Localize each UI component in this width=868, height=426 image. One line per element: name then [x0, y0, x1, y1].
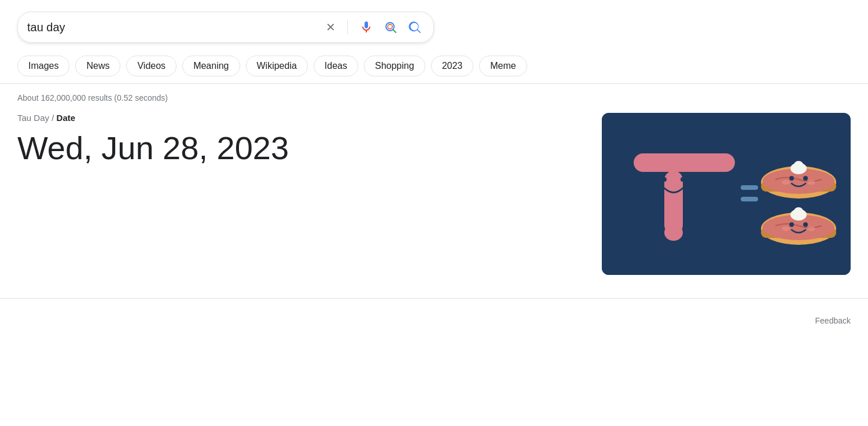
breadcrumb-sep: / [52, 113, 56, 123]
divider [347, 20, 348, 34]
search-input[interactable]: tau day [27, 19, 318, 35]
chip-meaning[interactable]: Meaning [182, 56, 240, 76]
breadcrumb-base: Tau Day [17, 113, 49, 123]
tau-day-illustration [602, 113, 851, 275]
result-block: Tau Day / Date Wed, Jun 28, 2023 [17, 113, 851, 275]
chips-area: ImagesNewsVideosMeaningWikipediaIdeasSho… [0, 50, 868, 84]
result-image-panel[interactable] [602, 113, 851, 275]
svg-point-9 [681, 177, 685, 182]
results-area: About 162,000,000 results (0.52 seconds)… [0, 84, 868, 275]
feedback-link[interactable]: Feedback [815, 316, 851, 325]
svg-rect-5 [634, 153, 735, 172]
lens-icon [384, 20, 398, 34]
lens-button[interactable] [381, 18, 400, 36]
svg-point-26 [789, 222, 794, 227]
svg-point-20 [807, 180, 815, 185]
svg-point-8 [662, 177, 667, 182]
svg-point-16 [794, 161, 803, 169]
clear-icon: ✕ [326, 20, 336, 34]
svg-line-2 [393, 30, 396, 33]
chip-wikipedia[interactable]: Wikipedia [246, 56, 308, 76]
search-button[interactable] [406, 18, 424, 36]
main-date: Wed, Jun 28, 2023 [17, 128, 579, 167]
svg-rect-11 [741, 197, 758, 201]
svg-point-3 [388, 25, 389, 27]
svg-point-18 [803, 176, 808, 181]
svg-rect-10 [741, 185, 758, 190]
svg-point-19 [782, 180, 790, 185]
chip-videos[interactable]: Videos [126, 56, 176, 76]
clear-button[interactable]: ✕ [323, 18, 338, 36]
svg-point-7 [664, 225, 683, 241]
svg-point-25 [794, 207, 803, 215]
svg-point-17 [789, 176, 794, 181]
feedback-area: Feedback [0, 298, 868, 335]
svg-point-27 [803, 222, 808, 227]
mic-icon [359, 20, 373, 34]
chip-shopping[interactable]: Shopping [364, 56, 425, 76]
chip-images[interactable]: Images [17, 56, 69, 76]
chip-meme[interactable]: Meme [479, 56, 527, 76]
breadcrumb-current: Date [57, 113, 76, 123]
results-count: About 162,000,000 results (0.52 seconds) [17, 93, 851, 102]
result-text-block: Tau Day / Date Wed, Jun 28, 2023 [17, 113, 579, 167]
chip-2023[interactable]: 2023 [431, 56, 474, 76]
svg-point-28 [782, 226, 790, 231]
search-area: tau day ✕ [0, 0, 868, 50]
voice-search-button[interactable] [357, 18, 376, 36]
chip-news[interactable]: News [75, 56, 120, 76]
search-bar: tau day ✕ [17, 12, 434, 43]
breadcrumb: Tau Day / Date [17, 113, 579, 123]
search-icon [408, 20, 422, 34]
svg-point-29 [807, 226, 815, 231]
chip-ideas[interactable]: Ideas [314, 56, 358, 76]
